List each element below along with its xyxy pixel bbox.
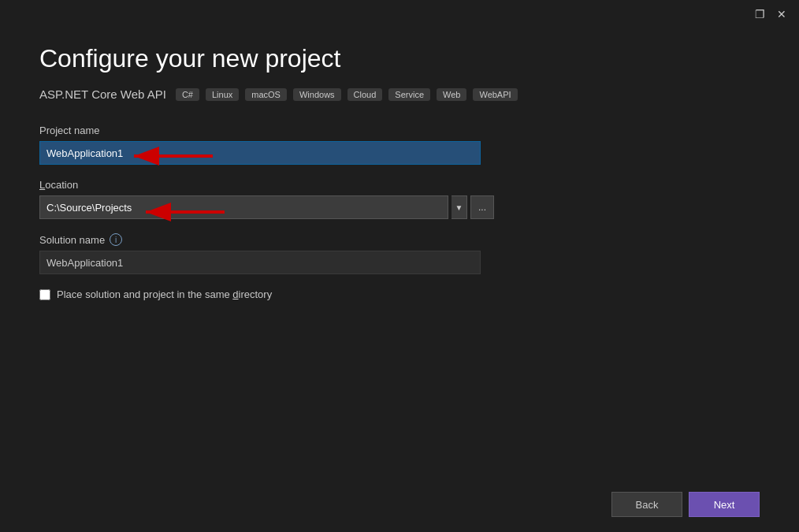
location-dropdown-arrow[interactable]: ▼ <box>452 195 467 219</box>
title-bar: ❐ ✕ <box>0 0 799 28</box>
close-button[interactable]: ✕ <box>774 6 790 22</box>
same-directory-checkbox[interactable] <box>39 289 50 300</box>
location-label: Location <box>39 179 760 191</box>
project-name-input[interactable] <box>39 141 481 165</box>
same-directory-row: Place solution and project in the same d… <box>39 288 760 300</box>
tag-linux: Linux <box>206 88 239 101</box>
solution-name-label: Solution name <box>39 234 105 246</box>
tag-csharp: C# <box>176 88 199 101</box>
bottom-bar: Back Next <box>0 477 799 532</box>
location-section: Location C:\Source\Projects ▼ ... <box>39 179 760 219</box>
tag-windows: Windows <box>293 88 341 101</box>
tag-web: Web <box>437 88 466 101</box>
solution-name-label-row: Solution name i <box>39 233 760 246</box>
project-name-section: Project name <box>39 125 760 165</box>
next-button[interactable]: Next <box>689 492 760 517</box>
same-directory-label: Place solution and project in the same d… <box>57 288 272 300</box>
page-title: Configure your new project <box>39 44 760 73</box>
browse-button[interactable]: ... <box>470 195 494 219</box>
main-content: Configure your new project ASP.NET Core … <box>0 28 799 316</box>
restore-button[interactable]: ❐ <box>752 6 767 22</box>
tag-service: Service <box>388 88 430 101</box>
location-row: C:\Source\Projects ▼ ... <box>39 195 760 219</box>
subtitle-row: ASP.NET Core Web API C# Linux macOS Wind… <box>39 87 760 101</box>
tag-webapi: WebAPI <box>473 88 517 101</box>
back-button[interactable]: Back <box>611 492 682 517</box>
solution-info-icon[interactable]: i <box>110 233 122 246</box>
project-type-label: ASP.NET Core Web API <box>39 87 166 101</box>
solution-name-section: Solution name i <box>39 233 760 274</box>
tag-cloud: Cloud <box>347 88 383 101</box>
tag-macos: macOS <box>245 88 287 101</box>
project-name-label: Project name <box>39 125 760 136</box>
location-select[interactable]: C:\Source\Projects <box>39 195 448 219</box>
solution-name-input[interactable] <box>39 251 481 274</box>
